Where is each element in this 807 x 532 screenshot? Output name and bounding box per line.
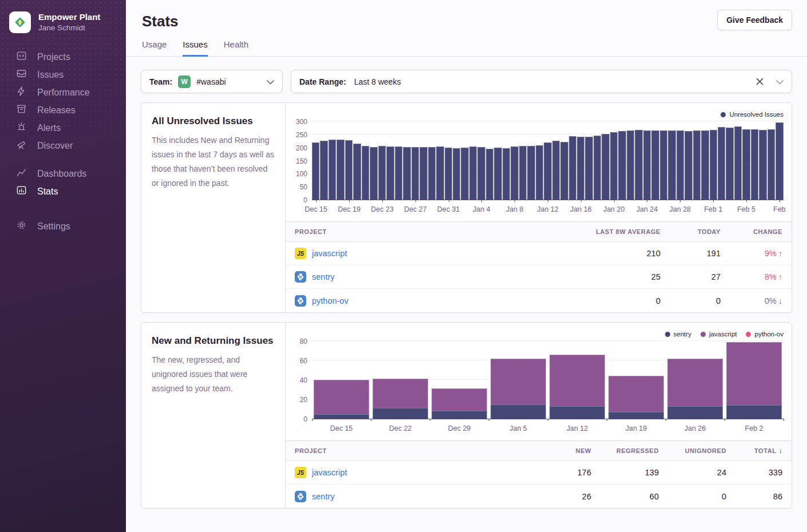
project-link-javascript[interactable]: javascript [312,249,347,258]
bar-segment-javascript [490,359,546,404]
clear-date-range-icon[interactable] [755,77,765,86]
tab-health[interactable]: Health [224,39,248,57]
stats-tabs: Usage Issues Health [142,39,791,56]
x-tick-label: Feb 2 [745,424,764,432]
stacked-bar-jan-19 [607,376,666,419]
bar-segment-javascript [373,379,428,408]
project-link-sentry[interactable]: sentry [312,272,335,281]
date-range-selector[interactable]: Date Range: Last 8 weeks [291,70,792,93]
panel-description: New and Returning Issues The new, regres… [141,323,286,508]
bar-segment-sentry [373,408,428,419]
chevron-down-icon [776,77,784,87]
sidebar-item-projects[interactable]: Projects [16,48,126,66]
bar-unresolved-issues [527,146,535,200]
org-switcher[interactable]: Empower Plant Jane Schmidt [0,0,126,48]
bar-segment-javascript [314,380,369,414]
project-link-python-ov[interactable]: python-ov [312,296,349,305]
x-tick-label: Dec 15 [330,424,353,432]
legend-dot-icon [746,332,751,337]
y-tick-label: 40 [300,376,307,384]
alerts-icon [16,121,27,134]
sidebar-item-dashboards[interactable]: Dashboards [16,165,126,182]
stacked-bar-jan-12 [548,355,607,419]
panel-description: All Unresolved Issues This includes New … [141,103,286,312]
bar-unresolved-issues [420,147,427,200]
x-axis: Dec 15Dec 19Dec 23Dec 27Dec 31Jan 4Jan 8… [312,200,784,216]
table-header-row: PROJECTNEWREGRESSEDUNIGNOREDTOTAL↓ [286,441,792,461]
tab-issues[interactable]: Issues [183,39,207,57]
legend-item-javascript[interactable]: javascript [701,331,737,338]
bar-unresolved-issues [453,148,460,200]
x-tick-label: Jan 24 [636,205,658,213]
tab-usage[interactable]: Usage [142,39,167,57]
chart-plot-area [312,342,784,419]
bar-unresolved-issues [536,145,543,200]
team-selector[interactable]: Team: W #wasabi [141,70,283,93]
column-header-change: CHANGE [721,228,782,235]
sidebar-item-releases[interactable]: Releases [16,101,126,119]
js-project-icon: JS [295,248,306,259]
panel-title: New and Returning Issues [152,335,275,347]
sidebar-item-performance[interactable]: Performance [16,84,126,101]
x-tick-label: Feb 5 [737,205,755,213]
stats-icon [16,185,27,198]
x-tick-label: Feb [773,205,786,213]
table-header-row: PROJECTLAST 8W AVERAGETODAYCHANGE [286,222,792,242]
y-axis: 020406080 [291,342,312,419]
panel-subtitle: This includes New and Returning issues i… [152,133,275,190]
unresolved-issues-chart[interactable]: Unresolved Issues 050100150200250300 Dec… [286,103,792,218]
x-tick-label: Dec 15 [304,205,327,213]
bar-segment-javascript [432,388,487,411]
bar-segment-sentry [490,404,546,419]
legend-label: Unresolved Issues [729,111,784,118]
releases-icon [16,104,27,117]
x-tick [784,419,784,421]
sidebar-item-label: Alerts [37,123,61,133]
bar-unresolved-issues [627,130,634,200]
project-link-javascript[interactable]: javascript [312,468,347,477]
sidebar-item-discover[interactable]: Discover [16,137,126,154]
bar-unresolved-issues [353,144,361,200]
bar-unresolved-issues [337,140,344,200]
change-cell: 8%↑ [721,272,782,281]
table-row-sentry: sentry25278%↑ [286,265,792,289]
sidebar-item-issues[interactable]: Issues [16,66,126,84]
chart-plot-area [312,122,784,200]
x-tick-label: Dec 27 [404,205,427,213]
x-tick-label: Dec 23 [371,205,394,213]
date-range-label: Date Range: [299,77,346,86]
y-tick-label: 200 [296,144,307,152]
x-tick-label: Dec 31 [437,205,460,213]
bar-segment-sentry [432,411,487,419]
value-cell: 0 [563,296,660,305]
team-avatar: W [178,76,191,88]
bar-unresolved-issues [345,140,353,200]
legend-item-sentry[interactable]: sentry [665,331,691,338]
y-tick-label: 250 [296,131,307,139]
give-feedback-button[interactable]: Give Feedback [717,10,792,30]
column-header-today: TODAY [660,228,721,235]
sidebar-item-alerts[interactable]: Alerts [16,119,126,137]
column-header-total[interactable]: TOTAL↓ [726,447,782,455]
new-returning-issues-chart[interactable]: sentryjavascriptpython-ov 020406080 Dec … [286,323,792,437]
legend-item-unresolved-issues[interactable]: Unresolved Issues [721,111,784,118]
legend-item-python-ov[interactable]: python-ov [746,331,784,338]
bar-unresolved-issues [602,134,609,200]
stacked-bar-jan-5 [489,359,548,419]
value-cell: 210 [563,249,660,258]
x-axis: Dec 15Dec 22Dec 29Jan 5Jan 12Jan 19Jan 2… [312,419,784,435]
bar-unresolved-issues [668,130,675,200]
bar-unresolved-issues [403,147,410,200]
sidebar-item-stats[interactable]: Stats [16,182,126,200]
y-tick-label: 20 [300,396,307,404]
bar-unresolved-issues [685,131,692,200]
panel-all-unresolved-issues: All Unresolved Issues This includes New … [141,102,792,313]
user-name: Jane Schmidt [38,23,100,33]
project-link-sentry[interactable]: sentry [312,492,335,501]
bar-unresolved-issues [395,146,402,200]
sidebar-item-settings[interactable]: Settings [16,217,126,235]
x-tick-label: Jan 28 [670,205,691,213]
bar-unresolved-issues [436,146,444,200]
x-tick-label: Dec 29 [448,424,471,432]
bar-segment-sentry [608,412,664,419]
